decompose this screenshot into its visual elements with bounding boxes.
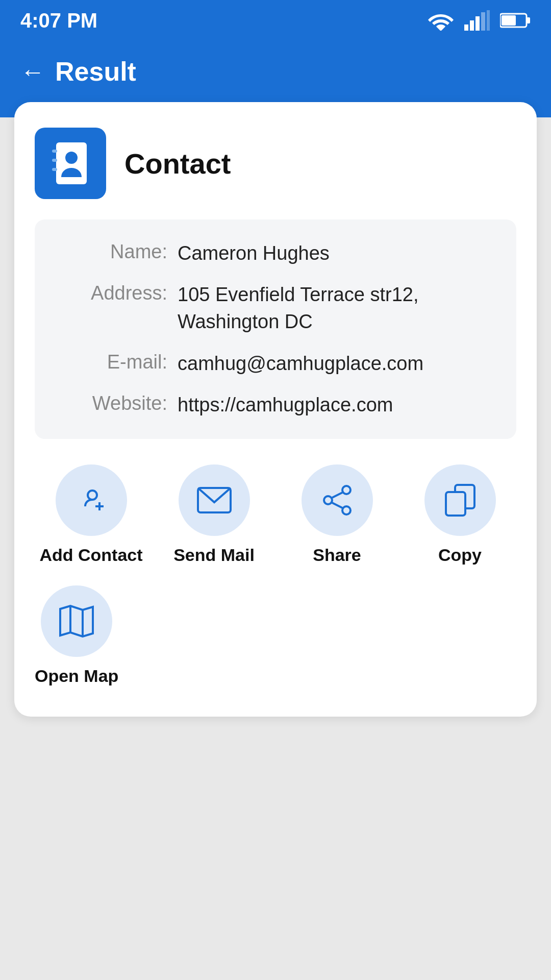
contact-info-table: Name: Cameron Hughes Address: 105 Evenfi…	[35, 219, 516, 439]
svg-point-18	[324, 496, 332, 504]
actions-row-2: Open Map	[35, 585, 516, 686]
svg-rect-4	[487, 10, 490, 31]
page-title: Result	[55, 56, 136, 87]
svg-rect-1	[470, 20, 474, 31]
signal-icon	[464, 10, 490, 31]
label-address: Address:	[60, 281, 178, 304]
add-contact-icon	[75, 484, 108, 517]
add-contact-button[interactable]: Add Contact	[35, 464, 147, 565]
svg-point-17	[342, 486, 350, 494]
svg-point-13	[88, 491, 97, 500]
svg-rect-10	[52, 159, 57, 162]
result-card: Contact Name: Cameron Hughes Address: 10…	[14, 102, 537, 717]
status-time: 4:07 PM	[20, 9, 97, 32]
copy-circle	[424, 464, 496, 536]
value-email: camhug@camhugplace.com	[178, 350, 423, 377]
value-address: 105 Evenfield Terrace str12, Washington …	[178, 281, 491, 335]
svg-rect-7	[502, 15, 516, 26]
svg-point-12	[65, 152, 78, 164]
svg-marker-24	[60, 606, 93, 636]
send-mail-label: Send Mail	[173, 545, 255, 565]
svg-rect-23	[446, 492, 465, 516]
map-icon	[58, 605, 95, 638]
back-button[interactable]: ←	[20, 58, 45, 86]
info-row-website: Website: https://camhugplace.com	[60, 391, 491, 419]
label-email: E-mail:	[60, 350, 178, 373]
svg-point-19	[342, 506, 350, 514]
svg-rect-6	[527, 17, 530, 23]
status-bar: 4:07 PM	[0, 0, 551, 41]
actions-row-1: Add Contact Send Mail Sha	[35, 464, 516, 565]
svg-rect-0	[464, 24, 468, 31]
add-contact-circle	[56, 464, 127, 536]
value-name: Cameron Hughes	[178, 240, 330, 267]
info-row-address: Address: 105 Evenfield Terrace str12, Wa…	[60, 281, 491, 335]
value-website: https://camhugplace.com	[178, 391, 393, 419]
svg-line-21	[332, 503, 342, 508]
contact-book-icon	[50, 140, 91, 186]
svg-line-20	[332, 493, 342, 498]
mail-icon	[197, 487, 232, 513]
contact-type-label: Contact	[124, 147, 231, 180]
open-map-circle	[41, 585, 112, 657]
status-icons	[428, 10, 531, 31]
svg-rect-3	[481, 12, 485, 31]
share-circle	[302, 464, 373, 536]
send-mail-circle	[179, 464, 250, 536]
open-map-button[interactable]: Open Map	[35, 585, 118, 686]
svg-rect-2	[475, 16, 480, 31]
label-name: Name:	[60, 240, 178, 263]
info-row-name: Name: Cameron Hughes	[60, 240, 491, 267]
share-label: Share	[313, 545, 361, 565]
copy-icon	[444, 484, 477, 517]
open-map-label: Open Map	[35, 666, 118, 686]
add-contact-label: Add Contact	[39, 545, 142, 565]
share-icon	[321, 484, 354, 517]
svg-rect-9	[52, 150, 57, 153]
battery-icon	[500, 12, 531, 29]
share-button[interactable]: Share	[281, 464, 393, 565]
contact-icon-box	[35, 128, 106, 199]
contact-header: Contact	[35, 128, 516, 199]
label-website: Website:	[60, 391, 178, 414]
copy-button[interactable]: Copy	[404, 464, 516, 565]
copy-label: Copy	[438, 545, 482, 565]
send-mail-button[interactable]: Send Mail	[158, 464, 270, 565]
wifi-icon	[428, 10, 454, 31]
info-row-email: E-mail: camhug@camhugplace.com	[60, 350, 491, 377]
svg-rect-11	[52, 168, 57, 171]
